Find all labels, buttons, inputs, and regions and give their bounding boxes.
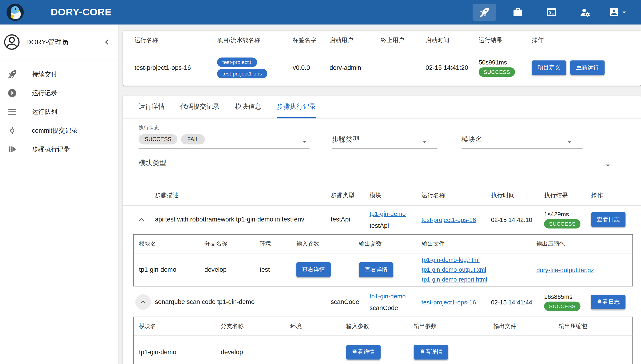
output-file-link[interactable]: tp1-gin-demo-log.html: [422, 255, 479, 265]
top-header: DORY-CORE: [0, 0, 641, 24]
view-input-detail-button[interactable]: 查看详情: [346, 345, 381, 360]
col-header-stop-user: 终止用户: [381, 36, 425, 44]
sidebar-item-run-queue[interactable]: 运行队列: [0, 102, 118, 121]
dropdown-caret-icon: [421, 138, 428, 146]
stage: DORY-CORE: [0, 0, 641, 364]
module-name-select[interactable]: 模块名: [462, 134, 582, 148]
view-log-button[interactable]: 查看日志: [591, 294, 625, 309]
sidebar-collapse-button[interactable]: [102, 37, 112, 47]
detail-tabs: 运行详情 代码提交记录 模块信息 步骤执行记录: [123, 96, 641, 119]
account-circle-icon: [3, 34, 20, 50]
status-badge: SUCCESS: [544, 219, 580, 228]
sidebar-item-label: 运行队列: [32, 108, 57, 116]
col-header-tag-name: 标签名字: [293, 36, 329, 44]
view-output-detail-button[interactable]: 查看详情: [359, 262, 393, 277]
run-actions: 项目定义 重新运行: [532, 60, 637, 75]
run-name-link[interactable]: test-project1-ops-16: [421, 216, 491, 223]
status-badge: SUCCESS: [479, 67, 515, 77]
view-output-detail-button[interactable]: 查看详情: [413, 345, 448, 360]
view-log-button[interactable]: 查看日志: [591, 212, 625, 227]
sidebar-item-run-records[interactable]: 运行记录: [0, 84, 118, 102]
module-type: scanCode: [370, 302, 398, 314]
col-header-project-pipeline: 项目/流水线名称: [217, 36, 293, 44]
exec-result: 16s865ms SUCCESS: [544, 293, 591, 311]
module-type: testApi: [370, 220, 389, 232]
output-file-link[interactable]: tp1-gin-demo-report.html: [422, 274, 487, 284]
step-actions: 查看日志: [591, 294, 635, 309]
status-badge: SUCCESS: [544, 302, 580, 311]
col-header-input-params: 输入参数: [346, 323, 413, 330]
output-file-link[interactable]: tp1-gin-demo-output.xml: [422, 265, 486, 275]
run-table-row: test-project1-ops-16 test-project1 test-…: [123, 50, 641, 85]
topbar-actions: [473, 4, 630, 21]
detail-output-files: tp1-gin-demo-log.html tp1-gin-demo-outpu…: [422, 255, 536, 284]
rocket-icon: [7, 70, 17, 79]
exec-status-label: 执行状态: [138, 124, 309, 132]
exec-result: 1s429ms SUCCESS: [544, 210, 591, 228]
step-type: testApi: [331, 216, 370, 223]
output-archive-link[interactable]: dory-file-output.tar.gz: [536, 266, 627, 273]
page-title: DORY-CORE: [51, 6, 112, 18]
col-header-output-files: 输出文件: [422, 240, 536, 248]
sidebar-item-step-records[interactable]: 步骤执行记录: [0, 140, 118, 159]
collapse-row-button[interactable]: [135, 213, 147, 226]
nav-admin-button[interactable]: [573, 4, 597, 21]
step-detail-table-scancode: 模块名 分支名称 环境 输入参数 输出参数 输出文件 输出压缩包 tp1-gin…: [133, 316, 633, 364]
console-icon: [546, 7, 557, 18]
col-header-branch: 分支名称: [221, 323, 290, 330]
app-logo[interactable]: [6, 3, 24, 22]
account-menu-button[interactable]: [607, 4, 630, 21]
project-chip[interactable]: test-project1: [217, 57, 257, 66]
project-pipeline-chips: test-project1 test-project1-ops: [217, 57, 293, 78]
steps-table: 步骤描述 步骤类型 模块 运行名称 执行时间 执行结果 操作 api test …: [123, 185, 641, 364]
exec-time: 02-15 14:41:44: [491, 298, 544, 306]
run-name-link[interactable]: test-project1-ops-16: [421, 298, 491, 306]
nav-projects-button[interactable]: [506, 4, 530, 21]
module-link[interactable]: tp1-gin-demo: [370, 290, 406, 302]
sidebar-item-label: 持续交付: [32, 70, 57, 79]
account-box-icon: [609, 7, 619, 18]
filters: 执行状态 SUCCESS FAIL 步骤类型 模块名 模块类型: [123, 119, 641, 172]
exec-status-select[interactable]: 执行状态 SUCCESS FAIL: [138, 124, 309, 148]
col-header-env: 环境: [290, 323, 346, 330]
dropdown-caret-icon: [300, 138, 309, 146]
start-time: 02-15 14:41:20: [425, 64, 479, 71]
penguin-logo-icon: [6, 3, 24, 21]
pipeline-chip[interactable]: test-project1-ops: [217, 69, 267, 78]
col-header-branch: 分支名称: [204, 240, 260, 248]
run-duration: 50s991ms: [479, 59, 507, 66]
module-link[interactable]: tp1-gin-demo: [370, 208, 406, 220]
sidebar-item-continuous-delivery[interactable]: 持续交付: [0, 65, 118, 84]
col-header-actions: 操作: [591, 191, 635, 199]
project-define-button[interactable]: 项目定义: [532, 60, 566, 75]
rerun-button[interactable]: 重新运行: [570, 60, 605, 75]
tab-step-records[interactable]: 步骤执行记录: [277, 96, 316, 118]
col-header-output-files: 输出文件: [493, 323, 559, 330]
nav-delivery-button[interactable]: [473, 4, 496, 21]
dropdown-caret-icon: [604, 161, 612, 170]
tab-run-detail[interactable]: 运行详情: [138, 96, 165, 118]
detail-branch: develop: [221, 348, 290, 356]
play-circle-icon: [7, 88, 17, 98]
col-header-run-result: 运行结果: [479, 36, 532, 44]
col-header-start-user: 启动用户: [329, 36, 380, 44]
view-input-detail-button[interactable]: 查看详情: [296, 262, 331, 277]
caret-down-icon: [620, 8, 628, 16]
tab-commit-records[interactable]: 代码提交记录: [180, 96, 220, 118]
step-duration: 1s429ms: [544, 210, 569, 218]
nav-console-button[interactable]: [540, 4, 563, 21]
col-header-actions: 操作: [532, 36, 637, 44]
list-icon: [7, 107, 17, 117]
module-type-select[interactable]: 模块类型: [138, 158, 613, 172]
exec-status-chip-fail[interactable]: FAIL: [181, 134, 205, 144]
sidebar-nav: 持续交付 运行记录 运行队列 commit提交记录 步骤执行记录: [0, 60, 118, 159]
collapse-row-button[interactable]: [135, 294, 151, 310]
exec-status-chip-success[interactable]: SUCCESS: [138, 134, 177, 144]
tab-module-info[interactable]: 模块信息: [235, 96, 261, 118]
chevron-up-icon: [137, 215, 146, 224]
sidebar-item-commit-records[interactable]: commit提交记录: [0, 121, 118, 140]
chevron-up-icon: [138, 297, 148, 307]
exec-status-chips: SUCCESS FAIL: [138, 134, 309, 144]
col-header-input-params: 输入参数: [296, 240, 359, 248]
col-header-output-params: 输出参数: [413, 323, 493, 330]
